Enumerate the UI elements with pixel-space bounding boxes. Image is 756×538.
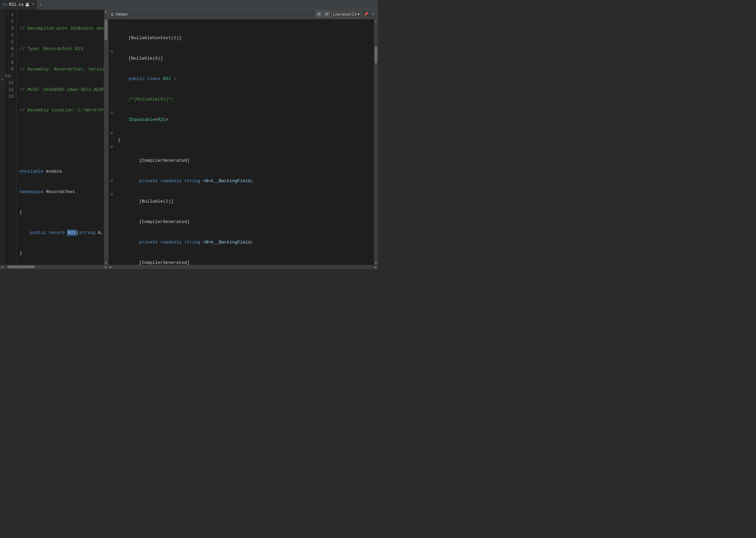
cs-file-icon: C#: [3, 3, 7, 7]
collapse-bar: ⊟: [0, 10, 5, 265]
il-panel: IL Viewer ⇄ ⇄ Low-level C# ▾ 📌 × ⊟ ⊟ ⊟ ⊟…: [108, 10, 378, 269]
code-line-5: // Assembly location: C:\Work\Projects\r…: [19, 107, 104, 114]
il-dropdown-arrow: ▾: [358, 12, 360, 17]
il-scrollbar-h-container: ◀ ▶: [108, 265, 378, 269]
tab-save-icon: 💾: [25, 3, 29, 7]
scroll-left-arrow[interactable]: ◀: [0, 265, 4, 269]
scroll-right-arrow[interactable]: ▶: [104, 265, 108, 269]
source-scrollbar-h-container: ◀ ▶: [0, 265, 108, 269]
line-num-13: 13: [5, 93, 14, 100]
il-line-9: [Nullable(2)]: [118, 198, 374, 205]
il-language-dropdown[interactable]: Low-level C# ▾: [331, 11, 361, 17]
code-line-9: namespace RecordsTest: [19, 189, 104, 195]
il-code-content[interactable]: [NullableContext(1)] [Nullable(0)] publi…: [115, 19, 374, 265]
tab-r21[interactable]: C# R21.cs 💾 ×: [0, 0, 37, 10]
il-gutter: ⊟ ⊟ ⊟ ⊟ ⊟ ⊟: [108, 19, 115, 265]
scroll-down-arrow[interactable]: ▼: [105, 262, 107, 265]
il-scroll-left-arrow[interactable]: ◀: [108, 265, 112, 269]
scroll-up-arrow[interactable]: ▲: [105, 10, 107, 13]
source-scrollbar-h[interactable]: [4, 265, 104, 269]
il-header: IL Viewer ⇄ ⇄ Low-level C# ▾ 📌 ×: [108, 10, 378, 19]
code-line-1: // Decompiled with JetBrains decompiler: [19, 25, 104, 32]
il-scrollbar-h[interactable]: [112, 265, 374, 269]
source-code-content[interactable]: // Decompiled with JetBrains decompiler …: [17, 10, 104, 265]
il-scrollbar-thumb[interactable]: [375, 46, 377, 63]
tab-dropdown-button[interactable]: ▾: [38, 3, 43, 7]
source-panel: ⊟ 1 2 3 4 5 6 7 8 9 10 ⊟ 11 12 13 // Dec…: [0, 10, 108, 269]
il-content-area: ⊟ ⊟ ⊟ ⊟ ⊟ ⊟ [NullableContext(1)] [Nullab…: [108, 19, 378, 265]
line-num-5: 5: [5, 39, 14, 46]
il-line-4: /*[Nullable(0)]*/: [118, 96, 374, 103]
line-num-1: 1: [5, 12, 14, 18]
il-fold-ctor[interactable]: ⊟: [111, 110, 113, 116]
il-viewer-title: IL Viewer: [111, 12, 314, 17]
line-num-8: 8: [5, 59, 14, 66]
il-fold-prop-a-get[interactable]: ⊟: [111, 191, 113, 198]
line-num-4: 4: [5, 32, 14, 39]
code-line-8: #nullable enable: [19, 168, 104, 175]
line-numbers: 1 2 3 4 5 6 7 8 9 10 ⊟ 11 12 13: [5, 10, 17, 265]
il-dropdown-label: Low-level C#: [333, 12, 357, 17]
code-area: ⊟ 1 2 3 4 5 6 7 8 9 10 ⊟ 11 12 13 // Dec…: [0, 10, 108, 265]
il-pin-button[interactable]: 📌: [363, 12, 369, 16]
il-toolbar-btn2[interactable]: ⇄: [324, 11, 330, 17]
il-scrollbar-v[interactable]: ▲ ▼: [374, 19, 378, 265]
source-scrollbar-thumb[interactable]: [105, 20, 107, 40]
code-line-12: }: [19, 250, 104, 257]
line-num-6: 6: [5, 46, 14, 52]
code-line-2: // Type: RecordsTest.R21: [19, 46, 104, 52]
tab-filename: R21.cs: [9, 2, 23, 7]
code-line-10: {: [19, 209, 104, 216]
il-line-3: public class R21 :: [118, 76, 374, 82]
il-fold-equality[interactable]: ⊟: [111, 144, 113, 151]
il-line-5: IEquatable<R21>: [118, 116, 374, 123]
il-line-8: private readonly string <A>k__BackingFie…: [118, 178, 374, 185]
code-line-11: public record R21(string A, string? B, i…: [19, 230, 104, 236]
il-close-button[interactable]: ×: [371, 12, 375, 16]
il-line-10: [CompilerGenerated]: [118, 219, 374, 225]
main-area: ⊟ 1 2 3 4 5 6 7 8 9 10 ⊟ 11 12 13 // Dec…: [0, 10, 378, 269]
il-fold-class[interactable]: ⊟: [111, 48, 113, 55]
il-fold-ctor-get[interactable]: ⊟: [111, 130, 113, 137]
line-num-3: 3: [5, 25, 14, 32]
il-scroll-down-arrow[interactable]: ▼: [375, 262, 377, 265]
code-line-3: // Assembly: RecordsTest, Version=1.0.0.…: [19, 66, 104, 73]
line-num-9: 9: [5, 66, 14, 73]
il-scroll-up-arrow[interactable]: ▲: [375, 20, 377, 23]
code-line-4: // MVID: 504D06DF-1AA3-4D72-AE0F-277525A…: [19, 86, 104, 93]
line-num-10: 10 ⊟: [5, 73, 14, 80]
fold-arrow: ⊟: [0, 76, 5, 83]
line-num-11: 11: [5, 80, 14, 86]
il-line-12: [CompilerGenerated]: [118, 259, 374, 265]
line-num-12: 12: [5, 86, 14, 93]
source-scrollbar-v[interactable]: ▼ ▲: [104, 10, 108, 265]
il-line-2: [Nullable(0)]: [118, 55, 374, 62]
source-hscrollbar-thumb[interactable]: [7, 266, 35, 268]
il-toolbar-btn1[interactable]: ⇄: [316, 11, 322, 17]
il-line-7: [CompilerGenerated]: [118, 157, 374, 164]
il-fold-prop-a[interactable]: ⊟: [111, 178, 113, 185]
line-num-7: 7: [5, 52, 14, 59]
il-line-11: private readonly string <B>k__BackingFie…: [118, 239, 374, 246]
code-line-7: [19, 148, 104, 155]
line-num-2: 2: [5, 18, 14, 25]
il-line-6: {: [118, 137, 374, 144]
tab-bar: C# R21.cs 💾 × ▾: [0, 0, 378, 10]
code-line-6: [19, 127, 104, 134]
il-line-1: [NullableContext(1)]: [118, 35, 374, 42]
tab-close-button[interactable]: ×: [31, 2, 34, 7]
il-scroll-right-arrow[interactable]: ▶: [374, 265, 378, 269]
